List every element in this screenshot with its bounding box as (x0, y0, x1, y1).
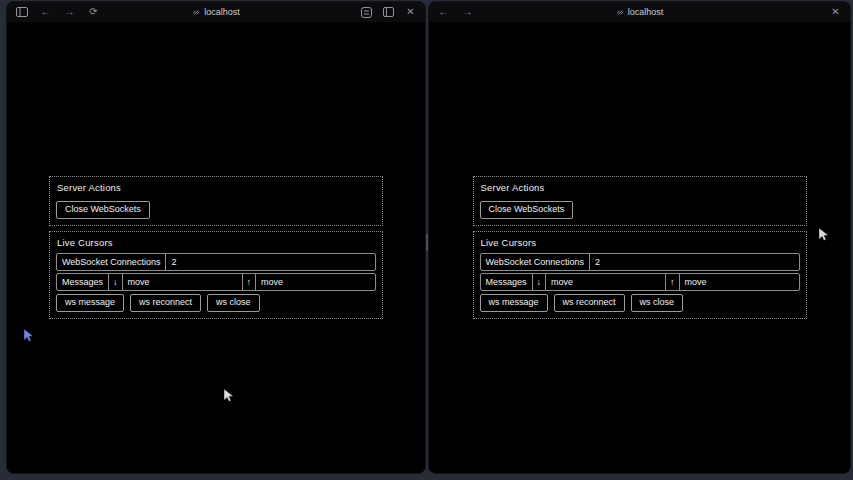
messages-row: Messages ↓ move ↑ move (56, 273, 376, 291)
url-text: localhost (204, 8, 240, 17)
server-actions-fieldset: Server Actions Close WebSockets (49, 176, 383, 226)
connections-value: 2 (166, 254, 375, 270)
outgoing-message-value: move (680, 274, 799, 290)
arrow-down-icon: ↓ (533, 274, 547, 290)
close-websockets-button[interactable]: Close WebSockets (56, 201, 150, 219)
page-menu-icon[interactable] (360, 6, 373, 19)
messages-label: Messages (57, 274, 109, 290)
server-actions-legend: Server Actions (481, 182, 800, 193)
live-cursors-legend: Live Cursors (481, 237, 800, 248)
arrow-down-icon: ↓ (109, 274, 123, 290)
incoming-message-value: move (123, 274, 243, 290)
messages-label: Messages (481, 274, 533, 290)
ws-buttons-row: ws message ws reconnect ws close (480, 294, 800, 312)
ws-close-button[interactable]: ws close (631, 294, 684, 312)
ws-message-button[interactable]: ws message (480, 294, 548, 312)
sidebar-toggle-icon[interactable] (15, 6, 28, 19)
forward-button[interactable]: → (461, 6, 474, 19)
connections-label: WebSocket Connections (481, 254, 590, 270)
browser-toolbar: ← → ⟳ localhost (7, 2, 425, 22)
connections-row: WebSocket Connections 2 (480, 253, 800, 271)
link-icon (192, 8, 200, 16)
ws-message-button[interactable]: ws message (56, 294, 124, 312)
address-bar[interactable]: localhost (192, 8, 240, 17)
reload-button[interactable]: ⟳ (87, 6, 100, 19)
browser-window-left: ← → ⟳ localhost (7, 2, 425, 473)
server-actions-legend: Server Actions (57, 182, 376, 193)
arrow-up-icon: ↑ (243, 274, 257, 290)
close-window-button[interactable]: ✕ (404, 6, 417, 19)
server-actions-fieldset: Server Actions Close WebSockets (473, 176, 807, 226)
live-cursors-fieldset: Live Cursors WebSocket Connections 2 Mes… (49, 231, 383, 319)
arrow-up-icon: ↑ (666, 274, 680, 290)
connections-value: 2 (590, 254, 799, 270)
demo-panel: Server Actions Close WebSockets Live Cur… (49, 176, 383, 319)
browser-window-right: ← → localhost ✕ Server Actions Close Web… (429, 2, 850, 473)
live-cursors-fieldset: Live Cursors WebSocket Connections 2 Mes… (473, 231, 807, 319)
split-view-icon[interactable] (382, 6, 395, 19)
url-text: localhost (628, 8, 664, 17)
browser-toolbar: ← → localhost ✕ (429, 2, 850, 22)
ws-close-button[interactable]: ws close (207, 294, 260, 312)
forward-button[interactable]: → (63, 6, 76, 19)
split-resize-handle[interactable] (426, 234, 428, 251)
ws-reconnect-button[interactable]: ws reconnect (554, 294, 625, 312)
incoming-message-value: move (546, 274, 666, 290)
live-cursors-legend: Live Cursors (57, 237, 376, 248)
close-websockets-button[interactable]: Close WebSockets (480, 201, 574, 219)
back-button[interactable]: ← (39, 6, 52, 19)
close-window-button[interactable]: ✕ (829, 6, 842, 19)
connections-row: WebSocket Connections 2 (56, 253, 376, 271)
address-bar[interactable]: localhost (616, 8, 664, 17)
page-content: Server Actions Close WebSockets Live Cur… (7, 22, 425, 473)
back-button[interactable]: ← (437, 6, 450, 19)
outgoing-message-value: move (256, 274, 375, 290)
ws-buttons-row: ws message ws reconnect ws close (56, 294, 376, 312)
page-content: Server Actions Close WebSockets Live Cur… (429, 22, 850, 473)
link-icon (616, 8, 624, 16)
messages-row: Messages ↓ move ↑ move (480, 273, 800, 291)
ws-reconnect-button[interactable]: ws reconnect (130, 294, 201, 312)
connections-label: WebSocket Connections (57, 254, 166, 270)
demo-panel: Server Actions Close WebSockets Live Cur… (473, 176, 807, 319)
